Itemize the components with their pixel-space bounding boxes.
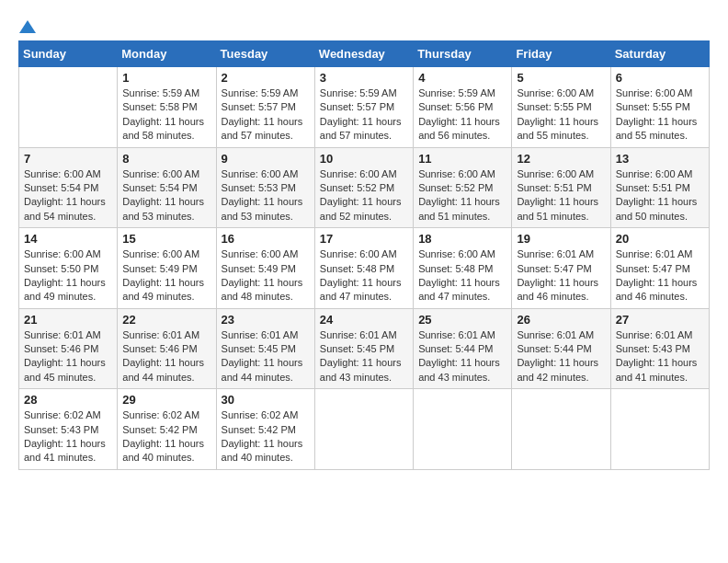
day-info: Sunrise: 6:00 AMSunset: 5:51 PMDaylight:…: [616, 167, 704, 224]
calendar-cell: 16Sunrise: 6:00 AMSunset: 5:49 PMDayligh…: [216, 228, 314, 309]
day-info: Sunrise: 6:01 AMSunset: 5:47 PMDaylight:…: [517, 247, 605, 304]
logo: [18, 18, 37, 31]
day-number: 14: [24, 232, 112, 246]
day-number: 1: [122, 71, 210, 85]
day-number: 27: [616, 313, 704, 327]
calendar-cell: 14Sunrise: 6:00 AMSunset: 5:50 PMDayligh…: [19, 228, 118, 309]
calendar-cell: 3Sunrise: 5:59 AMSunset: 5:57 PMDaylight…: [314, 67, 413, 148]
calendar-cell: 18Sunrise: 6:00 AMSunset: 5:48 PMDayligh…: [414, 228, 512, 309]
day-info: Sunrise: 6:01 AMSunset: 5:45 PMDaylight:…: [222, 328, 310, 385]
day-info: Sunrise: 5:59 AMSunset: 5:57 PMDaylight:…: [320, 86, 408, 144]
day-number: 22: [122, 313, 210, 327]
day-info: Sunrise: 6:00 AMSunset: 5:54 PMDaylight:…: [122, 167, 210, 224]
day-number: 4: [418, 71, 506, 85]
calendar-cell: [19, 67, 118, 148]
calendar-cell: 7Sunrise: 6:00 AMSunset: 5:54 PMDaylight…: [19, 147, 118, 228]
day-number: 10: [320, 152, 408, 166]
day-of-week-header: Sunday: [19, 41, 118, 67]
day-number: 28: [24, 393, 112, 407]
day-info: Sunrise: 6:00 AMSunset: 5:52 PMDaylight:…: [418, 167, 506, 224]
day-info: Sunrise: 6:00 AMSunset: 5:49 PMDaylight:…: [122, 247, 210, 304]
day-info: Sunrise: 6:01 AMSunset: 5:47 PMDaylight:…: [616, 247, 704, 304]
calendar-cell: 15Sunrise: 6:00 AMSunset: 5:49 PMDayligh…: [118, 228, 216, 309]
day-number: 26: [517, 313, 605, 327]
day-info: Sunrise: 6:01 AMSunset: 5:44 PMDaylight:…: [418, 328, 506, 385]
day-info: Sunrise: 6:01 AMSunset: 5:44 PMDaylight:…: [517, 328, 605, 385]
day-number: 2: [222, 71, 310, 85]
day-of-week-header: Friday: [512, 41, 610, 67]
calendar-week-row: 14Sunrise: 6:00 AMSunset: 5:50 PMDayligh…: [19, 228, 710, 309]
logo-triangle-icon: [19, 18, 36, 35]
calendar-cell: 22Sunrise: 6:01 AMSunset: 5:46 PMDayligh…: [118, 308, 216, 389]
day-info: Sunrise: 5:59 AMSunset: 5:56 PMDaylight:…: [418, 86, 506, 144]
day-info: Sunrise: 6:01 AMSunset: 5:46 PMDaylight:…: [24, 328, 112, 385]
day-number: 29: [122, 393, 210, 407]
calendar-cell: [314, 389, 413, 470]
day-number: 12: [517, 152, 605, 166]
day-info: Sunrise: 6:00 AMSunset: 5:50 PMDaylight:…: [24, 247, 112, 304]
day-info: Sunrise: 6:02 AMSunset: 5:42 PMDaylight:…: [122, 408, 210, 465]
calendar-header-row: SundayMondayTuesdayWednesdayThursdayFrid…: [19, 41, 710, 67]
day-number: 17: [320, 232, 408, 246]
day-number: 8: [122, 152, 210, 166]
day-of-week-header: Monday: [118, 41, 216, 67]
day-info: Sunrise: 6:00 AMSunset: 5:49 PMDaylight:…: [222, 247, 310, 304]
calendar-week-row: 28Sunrise: 6:02 AMSunset: 5:43 PMDayligh…: [19, 389, 710, 470]
calendar-cell: [414, 389, 512, 470]
calendar-cell: 13Sunrise: 6:00 AMSunset: 5:51 PMDayligh…: [610, 147, 709, 228]
day-number: 19: [517, 232, 605, 246]
day-number: 11: [418, 152, 506, 166]
calendar-cell: 1Sunrise: 5:59 AMSunset: 5:58 PMDaylight…: [118, 67, 216, 148]
calendar-cell: 29Sunrise: 6:02 AMSunset: 5:42 PMDayligh…: [118, 389, 216, 470]
calendar-cell: [610, 389, 709, 470]
calendar-week-row: 21Sunrise: 6:01 AMSunset: 5:46 PMDayligh…: [19, 308, 710, 389]
day-of-week-header: Wednesday: [314, 41, 413, 67]
calendar-cell: 20Sunrise: 6:01 AMSunset: 5:47 PMDayligh…: [610, 228, 709, 309]
day-number: 23: [222, 313, 310, 327]
day-info: Sunrise: 6:00 AMSunset: 5:55 PMDaylight:…: [517, 86, 605, 144]
calendar-cell: 30Sunrise: 6:02 AMSunset: 5:42 PMDayligh…: [216, 389, 314, 470]
day-number: 16: [222, 232, 310, 246]
calendar-cell: 26Sunrise: 6:01 AMSunset: 5:44 PMDayligh…: [512, 308, 610, 389]
day-info: Sunrise: 6:02 AMSunset: 5:42 PMDaylight:…: [222, 408, 310, 465]
calendar-cell: 24Sunrise: 6:01 AMSunset: 5:45 PMDayligh…: [314, 308, 413, 389]
calendar-cell: 23Sunrise: 6:01 AMSunset: 5:45 PMDayligh…: [216, 308, 314, 389]
calendar-cell: 11Sunrise: 6:00 AMSunset: 5:52 PMDayligh…: [414, 147, 512, 228]
day-number: 21: [24, 313, 112, 327]
day-info: Sunrise: 6:00 AMSunset: 5:53 PMDaylight:…: [222, 167, 310, 224]
day-of-week-header: Saturday: [610, 41, 709, 67]
calendar-cell: 21Sunrise: 6:01 AMSunset: 5:46 PMDayligh…: [19, 308, 118, 389]
day-number: 18: [418, 232, 506, 246]
calendar-cell: 27Sunrise: 6:01 AMSunset: 5:43 PMDayligh…: [610, 308, 709, 389]
calendar-week-row: 1Sunrise: 5:59 AMSunset: 5:58 PMDaylight…: [19, 67, 710, 148]
day-info: Sunrise: 6:00 AMSunset: 5:55 PMDaylight:…: [616, 86, 704, 144]
svg-marker-0: [19, 20, 36, 33]
calendar-cell: [512, 389, 610, 470]
day-number: 30: [222, 393, 310, 407]
day-info: Sunrise: 6:00 AMSunset: 5:52 PMDaylight:…: [320, 167, 408, 224]
day-number: 15: [122, 232, 210, 246]
day-info: Sunrise: 6:00 AMSunset: 5:48 PMDaylight:…: [418, 247, 506, 304]
day-number: 20: [616, 232, 704, 246]
day-info: Sunrise: 5:59 AMSunset: 5:58 PMDaylight:…: [122, 86, 210, 144]
day-info: Sunrise: 6:00 AMSunset: 5:48 PMDaylight:…: [320, 247, 408, 304]
calendar-cell: 6Sunrise: 6:00 AMSunset: 5:55 PMDaylight…: [610, 67, 709, 148]
calendar-cell: 25Sunrise: 6:01 AMSunset: 5:44 PMDayligh…: [414, 308, 512, 389]
day-number: 24: [320, 313, 408, 327]
calendar-table: SundayMondayTuesdayWednesdayThursdayFrid…: [18, 40, 710, 470]
day-number: 13: [616, 152, 704, 166]
day-number: 9: [222, 152, 310, 166]
page-header: [18, 18, 710, 31]
calendar-cell: 28Sunrise: 6:02 AMSunset: 5:43 PMDayligh…: [19, 389, 118, 470]
day-info: Sunrise: 6:02 AMSunset: 5:43 PMDaylight:…: [24, 408, 112, 465]
day-info: Sunrise: 6:00 AMSunset: 5:51 PMDaylight:…: [517, 167, 605, 224]
day-number: 25: [418, 313, 506, 327]
calendar-cell: 17Sunrise: 6:00 AMSunset: 5:48 PMDayligh…: [314, 228, 413, 309]
calendar-cell: 4Sunrise: 5:59 AMSunset: 5:56 PMDaylight…: [414, 67, 512, 148]
day-number: 3: [320, 71, 408, 85]
day-info: Sunrise: 6:01 AMSunset: 5:45 PMDaylight:…: [320, 328, 408, 385]
day-info: Sunrise: 6:00 AMSunset: 5:54 PMDaylight:…: [24, 167, 112, 224]
calendar-week-row: 7Sunrise: 6:00 AMSunset: 5:54 PMDaylight…: [19, 147, 710, 228]
day-of-week-header: Tuesday: [216, 41, 314, 67]
calendar-cell: 2Sunrise: 5:59 AMSunset: 5:57 PMDaylight…: [216, 67, 314, 148]
